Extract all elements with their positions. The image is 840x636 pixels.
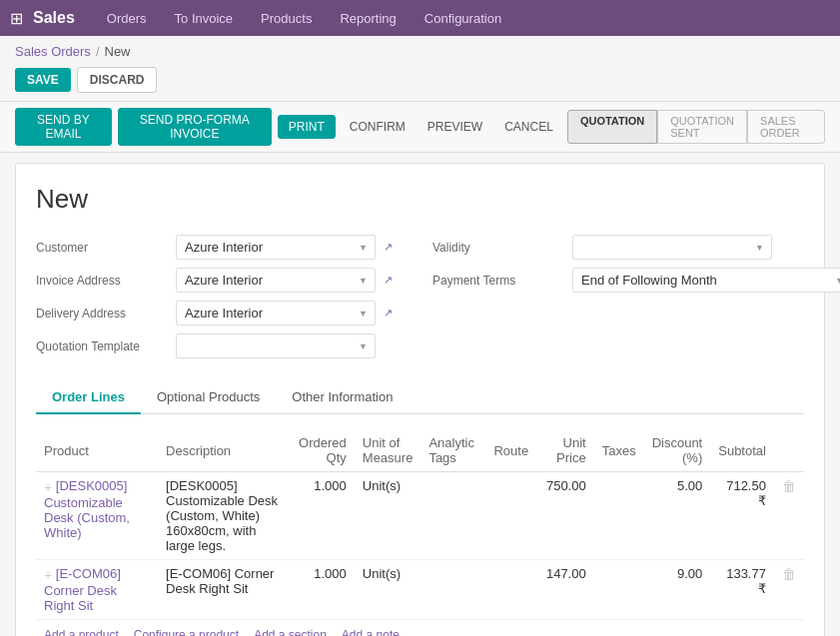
row1-unit-price: 750.00	[536, 472, 594, 560]
cancel-button[interactable]: CANCEL	[496, 116, 561, 138]
table-row: + [E-COM06] Corner Desk Right Sit [E-COM…	[36, 560, 804, 620]
row1-expand-icon[interactable]: +	[44, 479, 52, 495]
app-grid-icon[interactable]: ⊞	[10, 9, 23, 28]
status-tabs: QUOTATION QUOTATION SENT SALES ORDER	[567, 110, 825, 144]
nav-to-invoice[interactable]: To Invoice	[163, 5, 246, 32]
col-header-subtotal: Subtotal	[710, 429, 774, 472]
status-tab-quotation[interactable]: QUOTATION	[567, 110, 657, 144]
col-header-taxes: Taxes	[594, 429, 644, 472]
row1-product: + [DESK0005] Customizable Desk (Custom, …	[36, 472, 158, 560]
table-row: + [DESK0005] Customizable Desk (Custom, …	[36, 472, 804, 560]
row2-subtotal: 133.77 ₹	[710, 560, 774, 620]
save-button[interactable]: SAVE	[15, 68, 71, 92]
row2-delete[interactable]: 🗑	[774, 560, 804, 620]
nav-orders[interactable]: Orders	[95, 5, 159, 32]
delivery-address-row: Delivery Address Azure Interior ↗	[36, 301, 393, 325]
configure-product-link[interactable]: Configure a product	[134, 628, 239, 636]
payment-terms-value-wrapper: End of Following Month ↗	[572, 268, 840, 293]
invoice-address-value-wrapper: Azure Interior ↗	[176, 268, 393, 293]
row2-route	[485, 560, 536, 620]
row2-qty: 1.000	[288, 560, 354, 620]
breadcrumb-separator: /	[96, 44, 100, 59]
document-title: New	[36, 184, 804, 215]
status-tab-quotation-sent[interactable]: QUOTATION SENT	[657, 110, 747, 144]
quotation-template-select[interactable]	[176, 333, 376, 358]
col-header-route: Route	[485, 429, 536, 472]
top-navigation: ⊞ Sales Orders To Invoice Products Repor…	[0, 0, 840, 36]
customer-label: Customer	[36, 241, 176, 255]
quotation-template-row: Quotation Template	[36, 333, 393, 358]
col-header-description: Description	[158, 429, 288, 472]
add-row: Add a product Configure a product Add a …	[36, 620, 804, 636]
row1-unit: Unit(s)	[355, 472, 421, 560]
action-bar: SAVE DISCARD	[0, 63, 840, 101]
invoice-address-label: Invoice Address	[36, 274, 176, 288]
nav-configuration[interactable]: Configuration	[413, 5, 513, 32]
row2-analytic	[420, 560, 485, 620]
row1-taxes	[594, 472, 644, 560]
breadcrumb-current: New	[105, 44, 131, 59]
validity-row: Validity	[432, 235, 840, 260]
preview-button[interactable]: PREVIEW	[420, 116, 490, 138]
toolbar: SEND BY EMAIL SEND PRO-FORMA INVOICE PRI…	[0, 101, 840, 153]
validity-value-wrapper	[572, 235, 840, 260]
row1-subtotal: 712.50 ₹	[710, 472, 774, 560]
customer-select[interactable]: Azure Interior	[176, 235, 376, 260]
nav-products[interactable]: Products	[249, 5, 324, 32]
add-section-link[interactable]: Add a section	[254, 628, 327, 636]
print-button[interactable]: PRINT	[278, 115, 336, 139]
row2-delete-icon[interactable]: 🗑	[782, 566, 796, 582]
add-note-link[interactable]: Add a note	[342, 628, 400, 636]
quotation-template-value-wrapper	[176, 333, 393, 358]
row2-unit-price: 147.00	[536, 560, 594, 620]
discard-button[interactable]: DISCARD	[77, 67, 158, 93]
row1-product-name[interactable]: [DESK0005] Customizable Desk (Custom, Wh…	[44, 478, 130, 540]
invoice-address-row: Invoice Address Azure Interior ↗	[36, 268, 393, 293]
row1-route	[485, 472, 536, 560]
breadcrumb: Sales Orders / New	[0, 36, 840, 63]
customer-ext-link[interactable]: ↗	[384, 241, 393, 254]
status-tab-sales-order[interactable]: SALES ORDER	[747, 110, 825, 144]
customer-value-wrapper: Azure Interior ↗	[176, 235, 393, 260]
col-header-product: Product	[36, 429, 158, 472]
tab-optional-products[interactable]: Optional Products	[141, 381, 276, 414]
row1-delete-icon[interactable]: 🗑	[782, 478, 796, 494]
delivery-address-ext-link[interactable]: ↗	[384, 307, 393, 319]
nav-menu: Orders To Invoice Products Reporting Con…	[95, 5, 513, 32]
row2-description: [E-COM06] Corner Desk Right Sit	[158, 560, 288, 620]
delivery-address-label: Delivery Address	[36, 307, 176, 320]
row2-product-name[interactable]: [E-COM06] Corner Desk Right Sit	[44, 566, 121, 613]
customer-row: Customer Azure Interior ↗	[36, 235, 393, 260]
row2-expand-icon[interactable]: +	[44, 567, 52, 583]
quotation-template-label: Quotation Template	[36, 339, 176, 353]
invoice-address-select[interactable]: Azure Interior	[176, 268, 376, 293]
tab-order-lines[interactable]: Order Lines	[36, 381, 141, 414]
row1-description: [DESK0005] Customizable Desk (Custom, Wh…	[158, 472, 288, 560]
app-name: Sales	[33, 9, 75, 27]
validity-select[interactable]	[572, 235, 772, 260]
row1-qty: 1.000	[288, 472, 354, 560]
row1-delete[interactable]: 🗑	[774, 472, 804, 560]
row2-product: + [E-COM06] Corner Desk Right Sit	[36, 560, 158, 620]
col-header-analytic: Analytic Tags	[420, 429, 485, 472]
send-proforma-button[interactable]: SEND PRO-FORMA INVOICE	[118, 108, 272, 146]
col-header-uom: Unit of Measure	[355, 429, 421, 472]
row2-taxes	[594, 560, 644, 620]
invoice-address-ext-link[interactable]: ↗	[384, 274, 393, 287]
confirm-button[interactable]: CONFIRM	[342, 116, 414, 138]
form-section: Customer Azure Interior ↗ Invoice Addres…	[36, 235, 804, 366]
payment-terms-select[interactable]: End of Following Month	[572, 268, 840, 293]
add-product-link[interactable]: Add a product	[44, 628, 119, 636]
tab-other-information[interactable]: Other Information	[276, 381, 409, 414]
breadcrumb-parent[interactable]: Sales Orders	[15, 44, 91, 59]
row2-unit: Unit(s)	[355, 560, 421, 620]
order-lines-table: Product Description Ordered Qty Unit of …	[36, 429, 804, 620]
nav-reporting[interactable]: Reporting	[328, 5, 408, 32]
content-tabs: Order Lines Optional Products Other Info…	[36, 381, 804, 414]
send-email-button[interactable]: SEND BY EMAIL	[15, 108, 112, 146]
delivery-address-select[interactable]: Azure Interior	[176, 301, 376, 325]
payment-terms-label: Payment Terms	[432, 274, 572, 288]
col-header-discount: Discount (%)	[644, 429, 711, 472]
col-header-qty: Ordered Qty	[288, 429, 354, 472]
row1-discount: 5.00	[644, 472, 711, 560]
